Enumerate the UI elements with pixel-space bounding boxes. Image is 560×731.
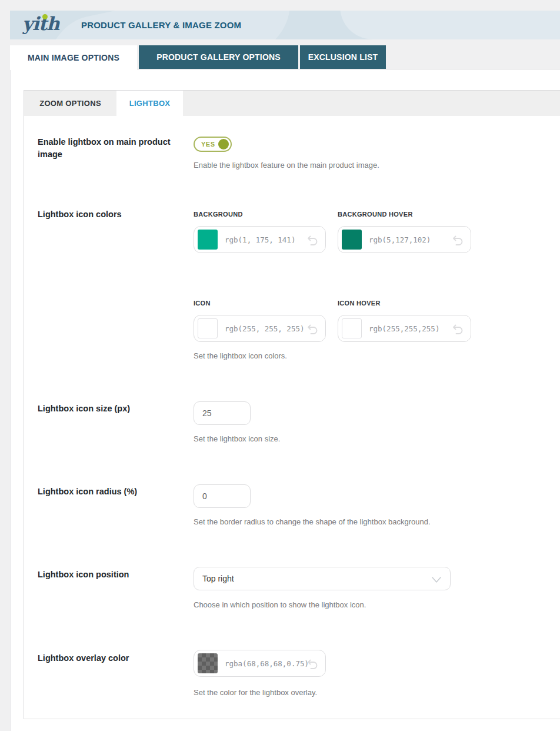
main-tabs: MAIN IMAGE OPTIONS PRODUCT GALLERY OPTIO… bbox=[10, 45, 386, 69]
enable-lightbox-description: Enable the lightbox feature on the main … bbox=[194, 161, 379, 170]
settings-card: ZOOM OPTIONS LIGHTBOX Enable lightbox on… bbox=[24, 90, 560, 719]
picker-icon-hover-caption: ICON HOVER bbox=[338, 300, 381, 307]
icon-position-label: Lightbox icon position bbox=[38, 569, 182, 581]
toggle-knob bbox=[218, 139, 229, 149]
icon-size-input[interactable] bbox=[194, 401, 251, 425]
icon-colors-label: Lightbox icon colors bbox=[38, 208, 182, 221]
chevron-down-icon bbox=[431, 575, 442, 582]
picker-background-caption: BACKGROUND bbox=[194, 211, 243, 218]
color-swatch[interactable] bbox=[198, 318, 218, 338]
tab-exclusion-list[interactable]: EXCLUSION LIST bbox=[300, 45, 386, 69]
icon-radius-input[interactable] bbox=[194, 484, 251, 508]
yith-logo-dot bbox=[42, 14, 48, 19]
icon-position-description: Choose in which position to show the lig… bbox=[194, 600, 366, 609]
enable-lightbox-label: Enable lightbox on main product image bbox=[38, 136, 182, 161]
picker-background-hover-caption: BACKGROUND HOVER bbox=[338, 211, 413, 218]
undo-arrow-icon[interactable] bbox=[306, 658, 318, 670]
yith-plugin-settings-page: yith PRODUCT GALLERY & IMAGE ZOOM MAIN I… bbox=[0, 0, 560, 731]
tab-main-image-options[interactable]: MAIN IMAGE OPTIONS bbox=[10, 45, 137, 70]
yith-logo-text: yith bbox=[22, 13, 59, 34]
color-value: rgb(5,127,102) bbox=[369, 235, 431, 244]
picker-icon-caption: ICON bbox=[194, 300, 211, 307]
subtab-lightbox[interactable]: LIGHTBOX bbox=[116, 91, 183, 116]
toggle-on-label: YES bbox=[201, 141, 215, 148]
icon-position-selected-value: Top right bbox=[202, 574, 234, 583]
tab-product-gallery-options[interactable]: PRODUCT GALLERY OPTIONS bbox=[139, 45, 298, 69]
color-value: rgba(68,68,68,0.75) bbox=[225, 659, 309, 668]
undo-arrow-icon[interactable] bbox=[306, 323, 318, 335]
color-swatch[interactable] bbox=[198, 230, 218, 250]
header-watermark bbox=[337, 11, 560, 39]
color-swatch[interactable] bbox=[342, 318, 362, 338]
icon-size-label: Lightbox icon size (px) bbox=[38, 403, 182, 415]
icon-radius-label: Lightbox icon radius (%) bbox=[38, 486, 182, 498]
subtab-zoom-options[interactable]: ZOOM OPTIONS bbox=[24, 91, 116, 116]
icon-position-select[interactable]: Top right bbox=[194, 567, 451, 590]
overlay-color-label: Lightbox overlay color bbox=[38, 652, 182, 664]
color-swatch[interactable] bbox=[198, 653, 218, 673]
undo-arrow-icon[interactable] bbox=[306, 234, 318, 246]
undo-arrow-icon[interactable] bbox=[452, 323, 464, 335]
color-picker-icon-hover[interactable]: rgb(255,255,255) bbox=[338, 315, 471, 342]
sub-tabs: ZOOM OPTIONS LIGHTBOX bbox=[24, 91, 560, 116]
color-value: rgb(255, 255, 255) bbox=[225, 324, 304, 333]
color-picker-icon[interactable]: rgb(255, 255, 255) bbox=[194, 315, 326, 342]
page-title: PRODUCT GALLERY & IMAGE ZOOM bbox=[81, 11, 241, 39]
icon-radius-description: Set the border radius to change the shap… bbox=[194, 517, 431, 526]
color-picker-background-hover[interactable]: rgb(5,127,102) bbox=[338, 226, 471, 253]
color-value: rgb(255,255,255) bbox=[369, 324, 439, 333]
icon-colors-description: Set the lightbox icon colors. bbox=[194, 351, 287, 360]
color-value: rgb(1, 175, 141) bbox=[225, 235, 295, 244]
overlay-color-description: Set the color for the lightbox overlay. bbox=[194, 688, 317, 697]
color-picker-background[interactable]: rgb(1, 175, 141) bbox=[194, 226, 326, 253]
color-picker-overlay[interactable]: rgba(68,68,68,0.75) bbox=[194, 650, 326, 677]
undo-arrow-icon[interactable] bbox=[452, 234, 464, 246]
yith-logo: yith bbox=[22, 13, 73, 38]
icon-size-description: Set the lightbox icon size. bbox=[194, 434, 280, 443]
enable-lightbox-toggle[interactable]: YES bbox=[194, 137, 232, 152]
color-swatch[interactable] bbox=[342, 230, 362, 250]
plugin-header: yith PRODUCT GALLERY & IMAGE ZOOM bbox=[10, 11, 560, 39]
